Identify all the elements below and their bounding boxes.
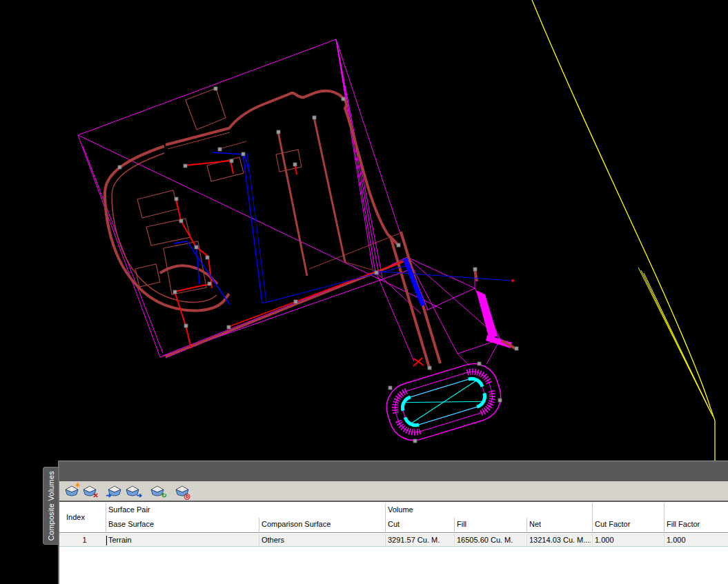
cell-index[interactable]: 1 [63,536,106,544]
boundary-lines [78,39,442,361]
col-fill[interactable]: Fill [457,520,466,528]
row-separator [454,535,455,546]
col-net[interactable]: Net [529,520,541,528]
col-fill-factor[interactable]: Fill Factor [667,520,700,528]
col-comparison-surface[interactable]: Comparison Surface [262,520,331,528]
col-base-surface[interactable]: Base Surface [108,520,154,528]
row-separator [385,535,386,546]
tab-label: Composite Volumes [47,471,55,541]
row-separator [592,535,593,546]
panel-title-band[interactable] [59,461,728,481]
col-volume[interactable]: Volume [388,505,413,514]
cell-fill[interactable]: 16505.60 Cu. M. [457,536,524,544]
pick-target-button[interactable]: ◎ [174,483,190,499]
cell-cut[interactable]: 3291.57 Cu. M. [388,536,452,544]
row-separator [664,535,665,546]
building-outlines [135,88,302,294]
delete-volume-entry-button[interactable]: ✕ [81,483,98,499]
breakline-blue [174,152,511,305]
row-separator [527,535,527,546]
cell-fill-factor[interactable]: 1.000 [667,536,725,544]
header-separator [664,503,665,533]
edit-caret [106,536,107,545]
move-pair-out-button[interactable]: ➜ [124,483,141,499]
table-row[interactable]: 1 Terrain Others 3291.57 Cu. M. 16505.60… [59,534,728,547]
col-surface-pair[interactable]: Surface Pair [108,505,150,514]
arrow-in-icon: ➜ [106,492,111,499]
header-separator [259,518,259,533]
cell-base-surface[interactable]: Terrain [108,536,257,544]
row-separator [259,535,259,546]
col-cut-factor[interactable]: Cut Factor [595,520,630,528]
tab-composite-volumes[interactable]: Composite Volumes [43,467,58,545]
row-separator [106,535,106,546]
header-separator [106,503,106,533]
cell-net[interactable]: 13214.03 Cu. M.... [529,536,591,544]
composite-volumes-panel: ✶ ✕ ➜ ➜ ↻ ◎ Index Surface Pair Base Surf… [58,461,728,584]
cell-cut-factor[interactable]: 1.000 [595,536,662,544]
col-index[interactable]: Index [66,513,85,521]
table-header: Index Surface Pair Base Surface Comparis… [59,503,728,533]
refresh-icon: ↻ [161,492,167,499]
road-lines [105,91,516,367]
move-pair-in-button[interactable]: ➜ [106,483,123,499]
panel-toolbar: ✶ ✕ ➜ ➜ ↻ ◎ [59,481,728,502]
col-cut[interactable]: Cut [388,520,400,528]
recompute-volumes-button[interactable]: ↻ [149,483,166,499]
delete-x-icon: ✕ [93,492,99,499]
header-separator [385,503,386,533]
header-separator [592,503,593,533]
new-volume-entry-button[interactable]: ✶ [63,483,80,499]
breakline-red [175,161,514,366]
pond [380,358,506,447]
target-icon: ◎ [184,492,190,499]
cell-comparison-surface[interactable]: Others [262,536,383,544]
new-star-icon: ✶ [75,482,81,489]
yellow-contours [532,0,715,461]
header-separator [527,518,527,533]
header-separator [454,518,455,533]
volumes-table: Index Surface Pair Base Surface Comparis… [59,502,728,583]
arrow-out-icon: ➜ [137,492,142,499]
